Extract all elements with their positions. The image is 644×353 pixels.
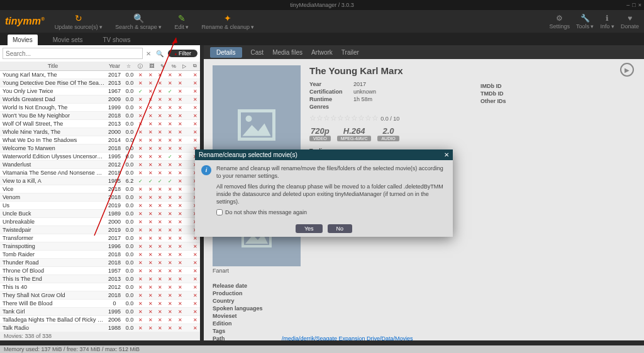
dialog-text-2: All removed files during the cleanup pha… — [216, 183, 447, 205]
dialog-close-icon[interactable]: ✕ — [444, 151, 449, 158]
dialog-yes-button[interactable]: Yes — [296, 224, 323, 233]
info-icon: i — [201, 165, 211, 175]
dialog-text-1: Rename and cleanup will rename/move the … — [216, 165, 447, 180]
dialog-no-button[interactable]: No — [328, 224, 353, 233]
dialog-overlay: Rename/cleanup selected movie(s) ✕ i Ren… — [0, 0, 644, 353]
dont-show-checkbox[interactable] — [216, 209, 223, 215]
rename-dialog: Rename/cleanup selected movie(s) ✕ i Ren… — [195, 149, 453, 237]
dont-show-label: Do not show this message again — [225, 209, 307, 215]
dialog-title: Rename/cleanup selected movie(s) — [199, 151, 297, 158]
